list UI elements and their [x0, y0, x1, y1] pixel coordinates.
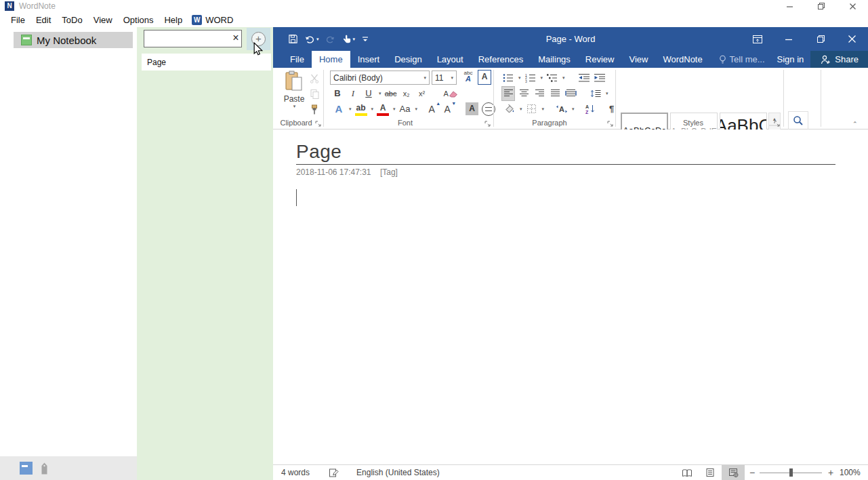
- increase-indent-button[interactable]: [594, 71, 606, 85]
- text-effects-button[interactable]: A: [333, 102, 345, 116]
- zoom-out-button[interactable]: −: [745, 467, 760, 478]
- customize-qat-button[interactable]: [361, 35, 369, 43]
- asian-layout-dropdown-icon[interactable]: ▾: [572, 106, 575, 112]
- subscript-button[interactable]: x₂: [400, 87, 413, 100]
- bullets-dropdown-icon[interactable]: ▾: [518, 75, 521, 81]
- line-spacing-dropdown-icon[interactable]: ▾: [606, 91, 608, 96]
- word-count[interactable]: 4 words: [281, 468, 310, 477]
- tab-insert[interactable]: Insert: [350, 51, 388, 68]
- search-input[interactable]: [144, 30, 242, 47]
- app-close-button[interactable]: [842, 0, 863, 12]
- word-close-button[interactable]: [842, 31, 862, 47]
- save-button[interactable]: [288, 34, 298, 44]
- shrink-font-button[interactable]: A▼: [443, 102, 455, 116]
- change-case-dropdown-icon[interactable]: ▾: [415, 106, 418, 112]
- borders-dropdown-icon[interactable]: ▾: [542, 106, 545, 112]
- font-color-button[interactable]: A: [377, 102, 389, 116]
- distribute-button[interactable]: [564, 87, 577, 100]
- font-size-combobox[interactable]: 11 ▾: [432, 71, 457, 85]
- tab-layout[interactable]: Layout: [430, 51, 471, 68]
- bold-button[interactable]: B: [331, 87, 344, 100]
- decrease-indent-button[interactable]: [578, 71, 590, 85]
- word-minimize-button[interactable]: [779, 31, 799, 47]
- align-center-button[interactable]: [518, 87, 530, 100]
- touch-mouse-mode-button[interactable]: ▾: [342, 34, 356, 45]
- multilevel-list-dropdown-icon[interactable]: ▾: [562, 75, 565, 81]
- tab-wordnote[interactable]: WordNote: [655, 51, 709, 68]
- web-layout-button[interactable]: [722, 465, 745, 480]
- menu-file[interactable]: File: [5, 14, 30, 26]
- zoom-slider-thumb[interactable]: [789, 468, 793, 477]
- sort-button[interactable]: A Z: [585, 102, 597, 116]
- menu-word[interactable]: W WORD: [188, 14, 237, 26]
- menu-todo[interactable]: ToDo: [56, 14, 87, 26]
- collapse-ribbon-button[interactable]: ⌃: [852, 121, 858, 127]
- numbering-dropdown-icon[interactable]: ▾: [541, 75, 543, 81]
- multilevel-list-button[interactable]: [546, 71, 558, 85]
- grow-font-button[interactable]: A▲: [428, 102, 440, 116]
- font-name-dropdown-icon[interactable]: ▾: [423, 75, 426, 81]
- print-layout-button[interactable]: [699, 465, 722, 480]
- word-restore-button[interactable]: [810, 31, 831, 47]
- undo-button[interactable]: ▾: [304, 35, 319, 44]
- justify-button[interactable]: [549, 87, 561, 100]
- font-color-dropdown-icon[interactable]: ▾: [393, 106, 396, 112]
- strikethrough-button[interactable]: abc: [385, 87, 397, 100]
- menu-options[interactable]: Options: [118, 14, 159, 26]
- tab-file[interactable]: File: [283, 51, 312, 68]
- underline-dropdown-icon[interactable]: ▾: [379, 91, 381, 96]
- page-list-item[interactable]: Page: [142, 54, 271, 71]
- character-border-button[interactable]: A: [478, 70, 491, 85]
- zoom-in-button[interactable]: +: [822, 467, 840, 478]
- tab-references[interactable]: References: [471, 51, 531, 68]
- paste-button[interactable]: Paste ▾: [281, 71, 307, 118]
- tell-me-box[interactable]: Tell me...: [714, 51, 770, 68]
- menu-view[interactable]: View: [88, 14, 118, 26]
- italic-button[interactable]: I: [347, 87, 359, 100]
- app-minimize-button[interactable]: [779, 0, 800, 12]
- change-case-button[interactable]: Aa: [399, 102, 411, 116]
- read-mode-button[interactable]: [676, 465, 699, 480]
- tab-mailings[interactable]: Mailings: [531, 51, 578, 68]
- tab-view[interactable]: View: [621, 51, 655, 68]
- bullets-button[interactable]: [502, 71, 514, 85]
- asian-layout-button[interactable]: A: [556, 102, 568, 116]
- character-shading-button[interactable]: A: [466, 102, 478, 115]
- new-notebook-icon[interactable]: [20, 462, 33, 475]
- text-effects-dropdown-icon[interactable]: ▾: [349, 106, 352, 112]
- styles-dialog-launcher[interactable]: [774, 121, 780, 127]
- zoom-level[interactable]: 100%: [840, 468, 868, 477]
- menu-help[interactable]: Help: [159, 14, 188, 26]
- underline-button[interactable]: U: [363, 87, 375, 100]
- app-restore-button[interactable]: [811, 0, 831, 12]
- numbering-button[interactable]: 1 2 3: [524, 71, 537, 85]
- undo-dropdown-icon[interactable]: ▾: [316, 37, 319, 42]
- sign-in-button[interactable]: Sign in: [770, 51, 811, 68]
- tab-design[interactable]: Design: [387, 51, 429, 68]
- menu-edit[interactable]: Edit: [30, 14, 56, 26]
- clear-formatting-button[interactable]: A: [444, 87, 458, 100]
- line-spacing-button[interactable]: [590, 87, 602, 100]
- align-left-button[interactable]: [502, 87, 514, 100]
- language-status[interactable]: English (United States): [356, 468, 440, 477]
- shading-button[interactable]: [503, 102, 516, 116]
- superscript-button[interactable]: x²: [416, 87, 428, 100]
- tab-review[interactable]: Review: [578, 51, 622, 68]
- share-button[interactable]: Share: [810, 51, 868, 68]
- align-right-button[interactable]: [533, 87, 545, 100]
- borders-button[interactable]: [526, 102, 538, 116]
- paste-dropdown-icon[interactable]: ▾: [293, 104, 296, 109]
- tab-home[interactable]: Home: [312, 51, 350, 68]
- highlight-color-button[interactable]: ab: [355, 102, 367, 116]
- notebook-header[interactable]: My Notebook: [14, 32, 133, 48]
- document-area[interactable]: Page 2018-11-06 17:47:31 [Tag]: [273, 129, 868, 464]
- proofing-status-icon[interactable]: [329, 468, 339, 478]
- shading-dropdown-icon[interactable]: ▾: [520, 106, 522, 112]
- clipboard-dialog-launcher[interactable]: [315, 121, 321, 127]
- zoom-slider[interactable]: [760, 465, 822, 480]
- tag-icon[interactable]: [39, 462, 49, 475]
- paragraph-dialog-launcher[interactable]: [607, 121, 613, 127]
- phonetic-guide-button[interactable]: abc A: [461, 70, 476, 85]
- editing-button[interactable]: [788, 111, 808, 130]
- font-name-combobox[interactable]: Calibri (Body) ▾: [330, 71, 430, 85]
